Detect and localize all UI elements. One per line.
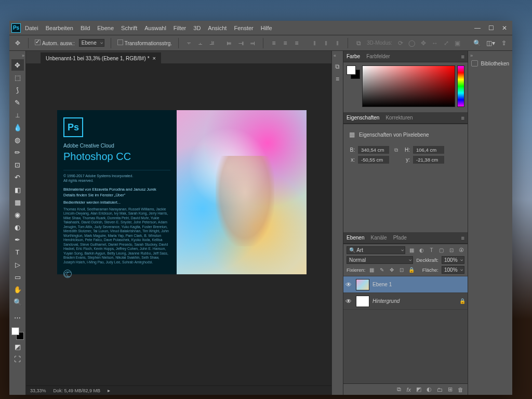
menu-schrift[interactable]: Schrift — [121, 25, 137, 31]
new-layer-icon[interactable]: ⊞ — [448, 386, 453, 393]
menu-datei[interactable]: Datei — [25, 25, 38, 31]
toolbar-expand-icon[interactable]: » — [22, 53, 24, 58]
panel-menu-icon[interactable]: ≡ — [461, 235, 464, 241]
dodge-tool[interactable]: ◐ — [11, 221, 24, 233]
transform-controls-checkbox[interactable]: Transformationsstrg. — [117, 39, 172, 46]
lock-artboard-icon[interactable]: ⊡ — [398, 267, 405, 273]
menu-ebene[interactable]: Ebene — [97, 25, 114, 31]
mask-icon[interactable]: ◩ — [416, 386, 421, 393]
height-value[interactable]: 106,4 cm — [413, 146, 444, 154]
3d-pan-icon[interactable]: ✥ — [419, 39, 428, 47]
dock-ruler-icon[interactable]: ≡ — [334, 75, 342, 83]
layer-row[interactable]: 👁 Ebene 1 — [343, 276, 468, 293]
auto-align-icon[interactable]: ⧉ — [354, 39, 363, 47]
edit-toolbar[interactable]: ⋯ — [11, 312, 24, 323]
dock-expand-icon[interactable]: « — [334, 53, 336, 58]
y-value[interactable]: -21,38 cm — [413, 156, 444, 164]
hue-slider[interactable] — [457, 65, 464, 107]
layer-name[interactable]: Ebene 1 — [373, 282, 392, 287]
canvas[interactable]: Ps Adobe Creative Cloud Photoshop CC © 1… — [26, 63, 331, 385]
dist-right-icon[interactable]: ⦀ — [333, 39, 341, 47]
align-vcenter-icon[interactable]: ⫠ — [196, 39, 205, 47]
tab-farbe[interactable]: Farbe — [347, 54, 360, 59]
panel-menu-icon[interactable]: ≡ — [461, 115, 464, 121]
pen-tool[interactable]: ✒ — [11, 234, 24, 245]
3d-slide-icon[interactable]: ↔ — [431, 39, 439, 47]
close-icon[interactable]: ✕ — [501, 24, 508, 32]
dock-history-icon[interactable]: ⧉ — [334, 62, 342, 71]
menu-auswahl[interactable]: Auswahl — [144, 25, 166, 31]
eraser-tool[interactable]: ◧ — [11, 184, 24, 195]
dist-bottom-icon[interactable]: ≡ — [292, 39, 301, 47]
workspace-icon[interactable]: ◫▾ — [486, 39, 495, 47]
document-tab[interactable]: Unbenannt-1 bei 33,3% (Ebene 1, RGB/8#) … — [41, 52, 161, 63]
aspect-link-icon[interactable]: ⧉ — [392, 147, 400, 153]
lasso-tool[interactable]: ⟆ — [11, 84, 24, 96]
align-top-icon[interactable]: ⫟ — [185, 39, 193, 47]
libraries-button[interactable]: Bibliotheken — [468, 58, 512, 69]
doc-size[interactable]: Dok: 5,49 MB/82,9 MB — [54, 388, 101, 393]
menu-hilfe[interactable]: Hilfe — [261, 25, 272, 31]
fg-swatch[interactable] — [347, 65, 356, 75]
healing-tool[interactable]: ◍ — [11, 134, 24, 145]
filter-smart-icon[interactable]: ⊡ — [448, 247, 455, 254]
type-tool[interactable]: T — [11, 246, 24, 258]
marquee-tool[interactable]: ⬚ — [11, 72, 24, 83]
menu-fenster[interactable]: Fenster — [234, 25, 253, 31]
blend-mode-dropdown[interactable]: Normal — [347, 256, 413, 264]
width-value[interactable]: 340,54 cm — [358, 146, 389, 154]
minimize-icon[interactable]: — — [474, 24, 481, 32]
layer-thumbnail[interactable] — [356, 296, 369, 307]
visibility-toggle-icon[interactable]: 👁 — [345, 298, 353, 305]
3d-scale-icon[interactable]: ⤢ — [442, 39, 450, 47]
tab-korrekturen[interactable]: Korrekturen — [385, 115, 413, 121]
visibility-toggle-icon[interactable]: 👁 — [345, 281, 353, 288]
fg-color-swatch[interactable] — [11, 327, 19, 335]
crop-tool[interactable]: ⟂ — [11, 109, 24, 121]
delete-layer-icon[interactable]: 🗑 — [458, 387, 463, 393]
filter-shape-icon[interactable]: ▢ — [438, 247, 445, 254]
lock-pixels-icon[interactable]: ▦ — [368, 267, 375, 273]
move-tool[interactable]: ✥ — [11, 59, 24, 71]
eyedropper-tool[interactable]: 💧 — [11, 122, 24, 133]
tab-kanaele[interactable]: Kanäle — [370, 235, 387, 241]
dist-vcenter-icon[interactable]: ≡ — [281, 39, 289, 47]
3d-orbit-icon[interactable]: ⟳ — [396, 39, 405, 47]
adjustment-icon[interactable]: ◐ — [427, 386, 432, 393]
menu-filter[interactable]: Filter — [174, 25, 186, 31]
dist-top-icon[interactable]: ≡ — [270, 39, 278, 47]
screenmode-tool[interactable]: ⛶ — [11, 353, 24, 365]
lock-all-icon[interactable]: 🔒 — [408, 267, 415, 273]
status-menu-arrow-icon[interactable]: ▸ — [108, 388, 110, 393]
menu-bild[interactable]: Bild — [81, 25, 90, 31]
lock-move-icon[interactable]: ✥ — [388, 267, 395, 273]
move-tool-icon[interactable]: ✥ — [14, 39, 22, 47]
zoom-level[interactable]: 33,33% — [30, 388, 46, 393]
menu-bearbeiten[interactable]: Bearbeiten — [46, 25, 73, 31]
opacity-value[interactable]: 100% — [442, 256, 464, 264]
link-layers-icon[interactable]: ⧉ — [397, 386, 401, 393]
quickmask-tool[interactable]: ◩ — [11, 341, 24, 352]
column-collapse-icon[interactable]: » — [468, 53, 512, 58]
group-icon[interactable]: 🗀 — [437, 387, 443, 393]
fx-icon[interactable]: fx — [406, 387, 411, 393]
fill-value[interactable]: 100% — [442, 266, 464, 274]
x-value[interactable]: -50,55 cm — [358, 156, 389, 164]
layer-row[interactable]: 👁 Hintergrund 🔒 — [343, 293, 468, 310]
tab-close-icon[interactable]: × — [153, 55, 156, 61]
stamp-tool[interactable]: ⊡ — [11, 159, 24, 170]
history-brush-tool[interactable]: ↶ — [11, 171, 24, 183]
menu-ansicht[interactable]: Ansicht — [208, 25, 227, 31]
tab-ebenen[interactable]: Ebenen — [347, 235, 364, 241]
shape-tool[interactable]: ▭ — [11, 271, 24, 283]
3d-camera-icon[interactable]: ▣ — [454, 39, 462, 47]
search-icon[interactable]: 🔍 — [473, 39, 481, 47]
zoom-tool[interactable]: 🔍 — [11, 296, 24, 308]
gradient-tool[interactable]: ▦ — [11, 196, 24, 208]
tab-eigenschaften[interactable]: Eigenschaften — [347, 115, 379, 121]
filter-adjust-icon[interactable]: ◐ — [418, 247, 425, 254]
maximize-icon[interactable]: ☐ — [487, 24, 495, 32]
filter-toggle-icon[interactable]: ⦿ — [458, 247, 464, 254]
menu-3d[interactable]: 3D — [193, 25, 201, 31]
color-picker-field[interactable] — [362, 65, 455, 107]
